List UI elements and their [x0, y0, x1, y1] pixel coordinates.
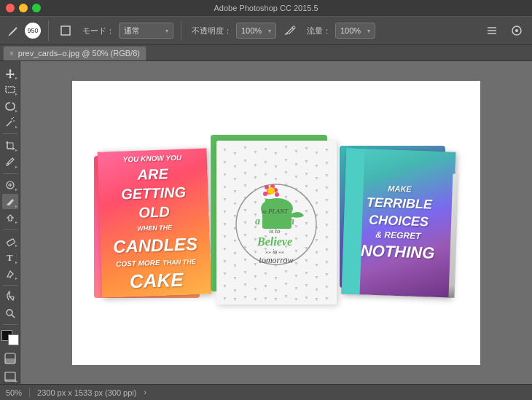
tab-bar: × prev_cards–o.jpg @ 50% (RGB/8)	[0, 45, 532, 61]
hand-tool[interactable]	[2, 289, 18, 305]
svg-point-5	[515, 29, 518, 32]
opacity-label: 不透明度：	[192, 26, 232, 36]
app-title: Adobe Photoshop CC 2015.5	[214, 4, 318, 12]
pen-tool[interactable]: ▸	[2, 267, 18, 282]
document-dimensions: 2300 px x 1533 px (300 ppi)	[37, 388, 136, 397]
tab-close-button[interactable]: ×	[9, 50, 14, 58]
flow-chevron: ▾	[367, 28, 370, 34]
mode-label: モード：	[82, 26, 114, 36]
tool-arrow-8: ▸	[15, 203, 17, 208]
minimize-button[interactable]	[19, 4, 28, 12]
edit-presets-icon[interactable]	[482, 21, 501, 40]
eraser-tool[interactable]: ▸	[2, 233, 18, 248]
card-2-wrapper: ▼▼▼▼▼▼▼▼▼▼▼ ▼▼▼▼▼▼▼▼▼▼▼ ▼▼▼▼▼▼▼▼▼▼▼ ▼▼▼▼…	[216, 141, 337, 305]
toolbar: 950 モード： 通常 ▾ 不透明度： 100% ▾ 流量： 100% ▾	[0, 16, 532, 45]
close-button[interactable]	[6, 4, 15, 12]
color-swatches[interactable]	[1, 330, 19, 345]
tool-arrow-2: ▸	[15, 91, 17, 96]
flow-label: 流量：	[307, 26, 331, 36]
magic-wand-tool[interactable]: ▸	[2, 115, 18, 130]
quick-mask-icon[interactable]	[2, 351, 18, 366]
card-3-line2: TERRIBLECHOICES	[361, 194, 436, 230]
text-tool[interactable]: T ▸	[2, 250, 18, 265]
toolbar-divider-1	[48, 20, 49, 41]
svg-rect-7	[6, 87, 15, 93]
canvas-document: You Know You ARE GETTING OLD WHEN THE Ca…	[72, 81, 480, 365]
status-bar: 50% 2300 px x 1533 px (300 ppi) ›	[0, 384, 532, 400]
card-1-line3: WHEN THE	[137, 224, 172, 232]
tool-arrow-12: ▸	[15, 275, 17, 281]
tool-arrow: ▸	[15, 75, 17, 80]
card-1-line6: THAN THE	[163, 258, 196, 267]
svg-point-38	[263, 192, 267, 196]
lt-sep-1	[3, 133, 17, 134]
screen-mode-icon[interactable]: ▸	[2, 369, 18, 384]
mode-icon	[56, 21, 75, 40]
eyedropper-tool[interactable]: ▸	[2, 154, 18, 170]
card-1-wrapper: You Know You ARE GETTING OLD WHEN THE Ca…	[100, 150, 209, 296]
left-toolbar: ▸ ▸ ▸	[0, 61, 20, 384]
svg-point-39	[275, 192, 279, 197]
card-1-line5: COST MORE	[115, 258, 160, 267]
mode-value: 通常	[124, 26, 140, 36]
brush-icon[interactable]	[6, 23, 22, 39]
cards-container: You Know You ARE GETTING OLD WHEN THE Ca…	[72, 81, 480, 365]
flow-input[interactable]: 100% ▾	[335, 23, 375, 39]
card-1-line2: ARE GETTING OLD	[105, 162, 202, 222]
background-color[interactable]	[8, 334, 19, 345]
opacity-chevron: ▾	[268, 28, 271, 34]
card-3-wrapper: Make TERRIBLECHOICES & Regret Nothing	[344, 150, 453, 296]
card-2-pattern: ▼▼▼▼▼▼▼▼▼▼▼ ▼▼▼▼▼▼▼▼▼▼▼ ▼▼▼▼▼▼▼▼▼▼▼ ▼▼▼▼…	[216, 141, 337, 305]
zoom-tool[interactable]	[2, 306, 18, 321]
card-1-line7: Cake	[109, 267, 204, 294]
lasso-tool[interactable]: ▸	[2, 98, 18, 114]
svg-line-8	[7, 121, 12, 126]
tool-arrow-3: ▸	[15, 108, 17, 113]
move-tool[interactable]: ▸	[2, 66, 18, 81]
mode-select[interactable]: 通常 ▾	[119, 23, 173, 39]
document-tab[interactable]: × prev_cards–o.jpg @ 50% (RGB/8)	[3, 46, 146, 60]
brush-size-value: 950	[27, 27, 38, 34]
window-controls	[0, 4, 41, 12]
airbrush-icon[interactable]	[281, 21, 300, 40]
canvas-area[interactable]: You Know You ARE GETTING OLD WHEN THE Ca…	[20, 61, 532, 384]
card-3-text: Make TERRIBLECHOICES & Regret Nothing	[353, 174, 445, 271]
tool-arrow-7: ▸	[15, 187, 17, 192]
lt-sep-5	[3, 324, 17, 325]
maximize-button[interactable]	[32, 4, 41, 12]
tool-arrow-10: ▸	[15, 243, 17, 248]
svg-line-24	[12, 315, 15, 318]
svg-rect-26	[5, 358, 15, 364]
target-icon[interactable]	[507, 21, 526, 40]
marquee-tool[interactable]: ▸	[2, 82, 18, 98]
opacity-value: 100%	[241, 26, 262, 35]
brush-tool-left[interactable]: ▸	[2, 194, 18, 209]
card-1: You Know You ARE GETTING OLD WHEN THE Ca…	[97, 148, 211, 297]
tool-arrow-6: ▸	[15, 164, 17, 169]
toolbar-divider-2	[181, 20, 181, 41]
crop-tool[interactable]: ▸	[2, 138, 18, 153]
svg-rect-28	[6, 380, 15, 381]
opacity-input[interactable]: 100% ▾	[236, 23, 276, 39]
svg-point-16	[6, 164, 8, 166]
clone-stamp-tool[interactable]: ▸	[2, 211, 18, 226]
tab-title: prev_cards–o.jpg @ 50% (RGB/8)	[18, 49, 140, 58]
card-3: Make TERRIBLECHOICES & Regret Nothing	[341, 148, 455, 297]
mode-select-wrap: 通常 ▾	[119, 23, 173, 39]
svg-line-11	[12, 117, 14, 119]
svg-point-23	[7, 310, 12, 315]
card-3-line1: Make	[388, 184, 412, 193]
svg-point-40	[267, 187, 275, 195]
svg-rect-20	[7, 238, 15, 246]
tool-arrow-11: ▸	[15, 259, 17, 264]
status-arrow[interactable]: ›	[144, 388, 146, 396]
card-1-line4: Candles	[107, 232, 203, 258]
svg-line-0	[10, 28, 17, 34]
tool-arrow-5: ▸	[15, 147, 17, 152]
card-1-text: You Know You ARE GETTING OLD WHEN THE Ca…	[97, 143, 211, 302]
svg-rect-2	[61, 26, 70, 35]
healing-brush-tool[interactable]: ▸	[2, 178, 18, 193]
zoom-level: 50%	[6, 388, 22, 397]
mode-chevron: ▾	[165, 28, 168, 34]
card-1-line1: You Know You	[122, 153, 181, 163]
